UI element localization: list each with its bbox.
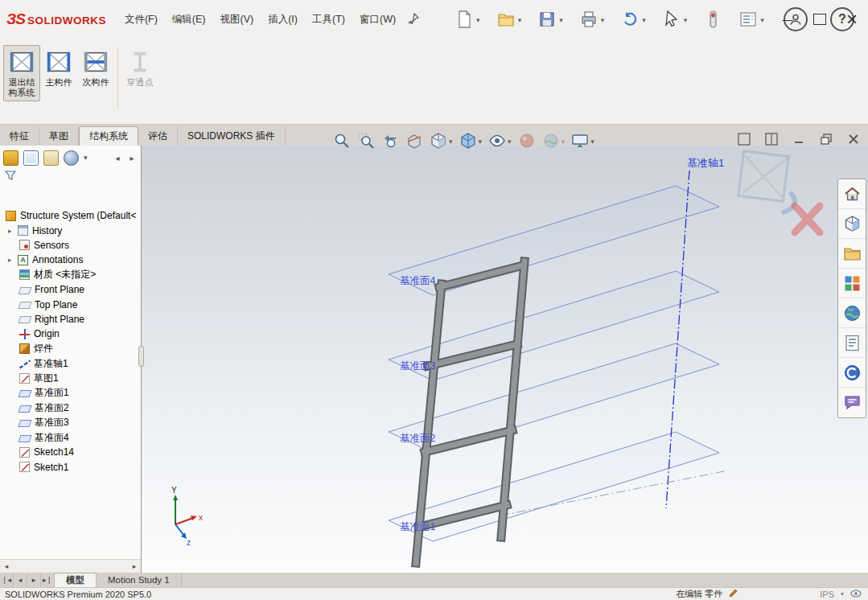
filter-icon[interactable] [5,172,16,183]
menu-window[interactable]: 窗口(W) [352,0,403,39]
doc-minimize-button[interactable] [791,131,807,147]
tree-item-weldment[interactable]: 焊件 [0,342,141,356]
tree-item-structure-system[interactable]: Structure System (Default< [0,208,141,223]
comments-icon[interactable] [838,388,866,417]
minimize-button[interactable] [771,3,804,35]
apply-scene-caret[interactable] [562,135,566,146]
tree-item-plane4[interactable]: 基准面4 [0,430,141,445]
scroll-right-icon[interactable]: ▸ [128,560,141,573]
file-explorer-icon[interactable] [838,239,866,269]
doc-close-button[interactable] [845,131,862,147]
select-caret[interactable] [684,14,688,25]
open-button[interactable] [493,7,525,31]
panel-scroll-right-icon[interactable]: ▸ [126,151,138,164]
hide-show-items-caret[interactable] [508,135,512,146]
open-caret[interactable] [518,14,522,25]
menu-view[interactable]: 视图(V) [213,0,261,39]
tab-sketch[interactable]: 草图 [39,127,79,146]
tree-item-material[interactable]: 材质 <未指定> [0,268,141,282]
tree-item-sketch14[interactable]: Sketch14 [0,445,141,459]
plane1-label[interactable]: 基准面1 [400,521,436,532]
tab-structure-system[interactable]: 结构系统 [79,126,138,146]
plane4-label[interactable]: 基准面4 [400,275,436,286]
tree-item-plane1[interactable]: 基准面1 [0,386,141,401]
tree-item-front-plane[interactable]: Front Plane [0,282,141,297]
tree-item-plane3[interactable]: 基准面3 [0,415,141,429]
display-style-caret[interactable] [479,135,483,146]
expand-arrow-icon[interactable] [8,227,18,235]
tab-features[interactable]: 特征 [0,127,39,146]
motion-study-tab[interactable]: Motion Study 1 [97,573,182,587]
appearances-icon[interactable] [838,298,866,328]
view-orientation-caret[interactable] [449,135,453,146]
tabs-first-icon[interactable]: ❘◂ [0,573,14,587]
undo-button[interactable] [617,7,649,31]
tree-item-sketch1[interactable]: Sketch1 [0,460,141,475]
tree-item-axis1[interactable]: 基准轴1 [0,356,141,371]
tabs-next-icon[interactable]: ▸ [27,573,41,587]
tree-item-annotations[interactable]: Annotations [0,253,141,267]
datum-axis-label[interactable]: 基准轴1 [687,157,724,169]
panel-scroll-left-icon[interactable]: ◂ [112,151,123,164]
plane3-label[interactable]: 基准面3 [400,360,436,372]
select-button[interactable] [659,7,691,31]
options-button[interactable] [735,7,767,31]
undo-caret[interactable] [642,14,646,25]
menu-insert[interactable]: 插入(I) [261,0,305,39]
print-caret[interactable] [601,14,605,25]
plane2-label[interactable]: 基准面2 [400,433,436,444]
view-orientation-button[interactable] [428,130,455,151]
view-settings-button[interactable] [570,130,596,151]
tree-item-top-plane[interactable]: Top Plane [0,297,141,311]
tabs-last-icon[interactable]: ▸❘ [41,573,55,587]
home-icon[interactable] [838,179,866,209]
exit-structure-system-button[interactable]: 退出结 构系统 [3,45,40,101]
tab-addins[interactable]: SOLIDWORKS 插件 [178,127,286,146]
doc-restore-button[interactable] [818,131,834,147]
display-style-button[interactable] [458,130,484,151]
options-caret[interactable] [760,14,764,25]
tree-item-plane2[interactable]: 基准面2 [0,401,141,415]
view-settings-caret[interactable] [590,135,594,146]
confirmation-cancel-icon[interactable] [795,206,820,232]
panel-splitter-handle[interactable] [138,346,144,367]
scroll-left-icon[interactable]: ◂ [0,560,13,573]
apply-scene-button[interactable] [541,130,567,151]
tree-item-sketch1-cn[interactable]: 草图1 [0,371,141,385]
tree-item-origin[interactable]: Origin [0,327,141,341]
expand-arrow-icon[interactable] [8,256,18,264]
tree-item-sensors[interactable]: Sensors [0,238,141,253]
confirmation-accept-icon[interactable] [738,151,795,213]
custom-properties-icon[interactable] [838,328,866,358]
unit-system-caret[interactable]: ▾ [841,590,844,598]
viewport-multi-view-button[interactable] [763,131,780,147]
graphics-viewport[interactable]: 基准面4 基准面3 基准面2 基准面1 基准轴1 [142,146,868,573]
edit-appearance-button[interactable] [516,130,537,151]
hide-show-items-button[interactable] [487,130,513,151]
panel-hscrollbar[interactable]: ◂ ▸ [0,559,141,573]
configurationmanager-tab-icon[interactable] [43,150,59,166]
unit-system-dropdown[interactable]: IPS [820,590,834,599]
pin-menu-icon[interactable] [408,13,419,27]
view-palette-icon[interactable] [838,269,866,298]
rebuild-button[interactable] [700,7,726,31]
displaymanager-tab-icon[interactable] [64,150,79,166]
tree-item-right-plane[interactable]: Right Plane [0,312,141,327]
eye-icon[interactable] [850,590,862,599]
tabs-prev-icon[interactable]: ◂ [14,573,27,587]
propertymanager-tab-icon[interactable] [23,150,39,166]
model-tab[interactable]: 模型 [55,573,97,587]
print-button[interactable] [576,7,608,31]
cam-icon[interactable] [838,358,866,388]
design-library-icon[interactable] [838,209,866,239]
new-document-caret[interactable] [476,14,480,25]
secondary-member-button[interactable]: 次构件 [77,45,114,91]
featuremanager-tab-icon[interactable] [3,150,19,166]
save-caret[interactable] [559,14,563,25]
menu-edit[interactable]: 编辑(E) [165,0,213,39]
panel-tabs-caret[interactable]: ▾ [84,154,88,162]
tab-evaluate[interactable]: 评估 [138,127,178,146]
close-button[interactable] [836,3,868,35]
viewport-single-view-button[interactable] [736,131,752,147]
menu-tools[interactable]: 工具(T) [305,0,352,39]
